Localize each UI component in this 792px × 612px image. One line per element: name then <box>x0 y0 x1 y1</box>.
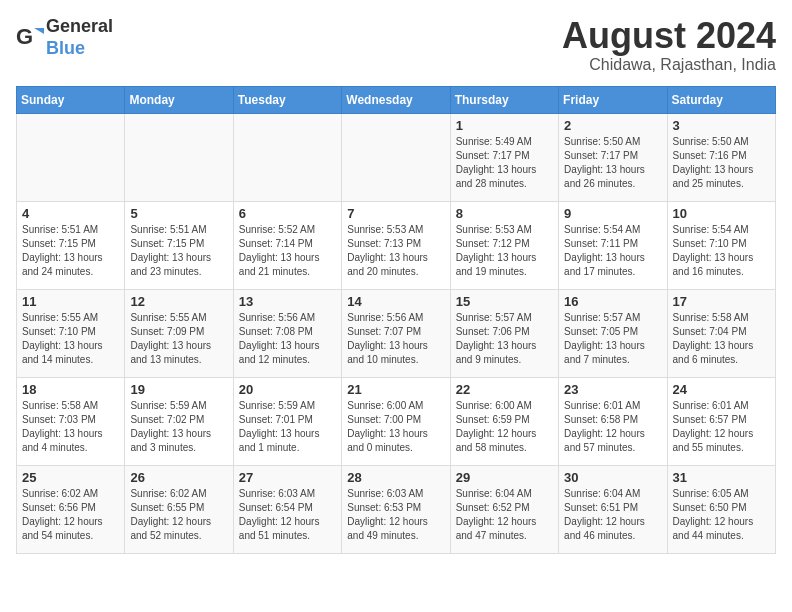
weekday-header-row: SundayMondayTuesdayWednesdayThursdayFrid… <box>17 86 776 113</box>
page-header: G General Blue August 2024 Chidawa, Raja… <box>16 16 776 74</box>
day-info: Sunrise: 5:56 AM Sunset: 7:08 PM Dayligh… <box>239 311 336 367</box>
calendar-day-cell: 12Sunrise: 5:55 AM Sunset: 7:09 PM Dayli… <box>125 289 233 377</box>
calendar-day-cell: 8Sunrise: 5:53 AM Sunset: 7:12 PM Daylig… <box>450 201 558 289</box>
day-info: Sunrise: 6:01 AM Sunset: 6:57 PM Dayligh… <box>673 399 770 455</box>
day-number: 31 <box>673 470 770 485</box>
calendar-week-row: 25Sunrise: 6:02 AM Sunset: 6:56 PM Dayli… <box>17 465 776 553</box>
day-info: Sunrise: 5:53 AM Sunset: 7:13 PM Dayligh… <box>347 223 444 279</box>
day-info: Sunrise: 5:50 AM Sunset: 7:17 PM Dayligh… <box>564 135 661 191</box>
day-number: 26 <box>130 470 227 485</box>
day-number: 17 <box>673 294 770 309</box>
weekday-header-thursday: Thursday <box>450 86 558 113</box>
calendar-day-cell: 29Sunrise: 6:04 AM Sunset: 6:52 PM Dayli… <box>450 465 558 553</box>
svg-text:G: G <box>16 24 33 49</box>
calendar-week-row: 4Sunrise: 5:51 AM Sunset: 7:15 PM Daylig… <box>17 201 776 289</box>
calendar-day-cell: 2Sunrise: 5:50 AM Sunset: 7:17 PM Daylig… <box>559 113 667 201</box>
logo-line1: General <box>46 16 113 38</box>
day-info: Sunrise: 5:51 AM Sunset: 7:15 PM Dayligh… <box>22 223 119 279</box>
calendar-day-cell: 4Sunrise: 5:51 AM Sunset: 7:15 PM Daylig… <box>17 201 125 289</box>
weekday-header-tuesday: Tuesday <box>233 86 341 113</box>
day-info: Sunrise: 6:03 AM Sunset: 6:53 PM Dayligh… <box>347 487 444 543</box>
calendar-day-cell: 13Sunrise: 5:56 AM Sunset: 7:08 PM Dayli… <box>233 289 341 377</box>
day-number: 14 <box>347 294 444 309</box>
day-number: 21 <box>347 382 444 397</box>
day-info: Sunrise: 5:53 AM Sunset: 7:12 PM Dayligh… <box>456 223 553 279</box>
day-number: 19 <box>130 382 227 397</box>
calendar-day-cell: 18Sunrise: 5:58 AM Sunset: 7:03 PM Dayli… <box>17 377 125 465</box>
calendar-week-row: 1Sunrise: 5:49 AM Sunset: 7:17 PM Daylig… <box>17 113 776 201</box>
calendar-day-cell: 14Sunrise: 5:56 AM Sunset: 7:07 PM Dayli… <box>342 289 450 377</box>
calendar-day-cell: 24Sunrise: 6:01 AM Sunset: 6:57 PM Dayli… <box>667 377 775 465</box>
day-number: 24 <box>673 382 770 397</box>
day-info: Sunrise: 5:54 AM Sunset: 7:10 PM Dayligh… <box>673 223 770 279</box>
day-number: 9 <box>564 206 661 221</box>
day-info: Sunrise: 5:57 AM Sunset: 7:05 PM Dayligh… <box>564 311 661 367</box>
day-number: 23 <box>564 382 661 397</box>
calendar-day-cell: 19Sunrise: 5:59 AM Sunset: 7:02 PM Dayli… <box>125 377 233 465</box>
day-info: Sunrise: 5:55 AM Sunset: 7:09 PM Dayligh… <box>130 311 227 367</box>
calendar-day-cell: 9Sunrise: 5:54 AM Sunset: 7:11 PM Daylig… <box>559 201 667 289</box>
day-info: Sunrise: 5:58 AM Sunset: 7:04 PM Dayligh… <box>673 311 770 367</box>
calendar-day-cell: 22Sunrise: 6:00 AM Sunset: 6:59 PM Dayli… <box>450 377 558 465</box>
day-info: Sunrise: 6:05 AM Sunset: 6:50 PM Dayligh… <box>673 487 770 543</box>
calendar-week-row: 11Sunrise: 5:55 AM Sunset: 7:10 PM Dayli… <box>17 289 776 377</box>
weekday-header-wednesday: Wednesday <box>342 86 450 113</box>
day-info: Sunrise: 6:02 AM Sunset: 6:56 PM Dayligh… <box>22 487 119 543</box>
day-number: 25 <box>22 470 119 485</box>
day-number: 29 <box>456 470 553 485</box>
calendar-day-cell <box>17 113 125 201</box>
location-subtitle: Chidawa, Rajasthan, India <box>562 56 776 74</box>
weekday-header-sunday: Sunday <box>17 86 125 113</box>
calendar-week-row: 18Sunrise: 5:58 AM Sunset: 7:03 PM Dayli… <box>17 377 776 465</box>
day-info: Sunrise: 5:51 AM Sunset: 7:15 PM Dayligh… <box>130 223 227 279</box>
day-number: 22 <box>456 382 553 397</box>
day-number: 1 <box>456 118 553 133</box>
calendar-day-cell <box>233 113 341 201</box>
weekday-header-monday: Monday <box>125 86 233 113</box>
calendar-day-cell <box>125 113 233 201</box>
calendar-day-cell: 15Sunrise: 5:57 AM Sunset: 7:06 PM Dayli… <box>450 289 558 377</box>
day-number: 16 <box>564 294 661 309</box>
day-number: 11 <box>22 294 119 309</box>
day-number: 18 <box>22 382 119 397</box>
calendar-day-cell: 27Sunrise: 6:03 AM Sunset: 6:54 PM Dayli… <box>233 465 341 553</box>
day-number: 7 <box>347 206 444 221</box>
day-number: 10 <box>673 206 770 221</box>
day-info: Sunrise: 6:00 AM Sunset: 7:00 PM Dayligh… <box>347 399 444 455</box>
calendar-table: SundayMondayTuesdayWednesdayThursdayFrid… <box>16 86 776 554</box>
weekday-header-friday: Friday <box>559 86 667 113</box>
calendar-day-cell: 11Sunrise: 5:55 AM Sunset: 7:10 PM Dayli… <box>17 289 125 377</box>
calendar-day-cell: 17Sunrise: 5:58 AM Sunset: 7:04 PM Dayli… <box>667 289 775 377</box>
day-info: Sunrise: 6:02 AM Sunset: 6:55 PM Dayligh… <box>130 487 227 543</box>
day-info: Sunrise: 5:58 AM Sunset: 7:03 PM Dayligh… <box>22 399 119 455</box>
day-info: Sunrise: 5:57 AM Sunset: 7:06 PM Dayligh… <box>456 311 553 367</box>
logo-line2: Blue <box>46 38 113 60</box>
calendar-day-cell: 23Sunrise: 6:01 AM Sunset: 6:58 PM Dayli… <box>559 377 667 465</box>
logo-icon: G <box>16 24 44 52</box>
day-info: Sunrise: 5:52 AM Sunset: 7:14 PM Dayligh… <box>239 223 336 279</box>
day-info: Sunrise: 5:54 AM Sunset: 7:11 PM Dayligh… <box>564 223 661 279</box>
calendar-day-cell: 26Sunrise: 6:02 AM Sunset: 6:55 PM Dayli… <box>125 465 233 553</box>
logo: G General Blue <box>16 16 113 59</box>
calendar-day-cell: 5Sunrise: 5:51 AM Sunset: 7:15 PM Daylig… <box>125 201 233 289</box>
day-number: 30 <box>564 470 661 485</box>
day-number: 20 <box>239 382 336 397</box>
day-number: 15 <box>456 294 553 309</box>
day-info: Sunrise: 5:59 AM Sunset: 7:01 PM Dayligh… <box>239 399 336 455</box>
calendar-day-cell: 30Sunrise: 6:04 AM Sunset: 6:51 PM Dayli… <box>559 465 667 553</box>
calendar-day-cell: 25Sunrise: 6:02 AM Sunset: 6:56 PM Dayli… <box>17 465 125 553</box>
logo-text: General Blue <box>46 16 113 59</box>
calendar-day-cell: 10Sunrise: 5:54 AM Sunset: 7:10 PM Dayli… <box>667 201 775 289</box>
day-info: Sunrise: 5:50 AM Sunset: 7:16 PM Dayligh… <box>673 135 770 191</box>
day-number: 4 <box>22 206 119 221</box>
day-info: Sunrise: 6:03 AM Sunset: 6:54 PM Dayligh… <box>239 487 336 543</box>
calendar-day-cell: 1Sunrise: 5:49 AM Sunset: 7:17 PM Daylig… <box>450 113 558 201</box>
day-info: Sunrise: 6:04 AM Sunset: 6:51 PM Dayligh… <box>564 487 661 543</box>
day-number: 13 <box>239 294 336 309</box>
day-info: Sunrise: 6:01 AM Sunset: 6:58 PM Dayligh… <box>564 399 661 455</box>
weekday-header-saturday: Saturday <box>667 86 775 113</box>
day-number: 2 <box>564 118 661 133</box>
day-number: 5 <box>130 206 227 221</box>
calendar-day-cell: 16Sunrise: 5:57 AM Sunset: 7:05 PM Dayli… <box>559 289 667 377</box>
day-info: Sunrise: 5:56 AM Sunset: 7:07 PM Dayligh… <box>347 311 444 367</box>
